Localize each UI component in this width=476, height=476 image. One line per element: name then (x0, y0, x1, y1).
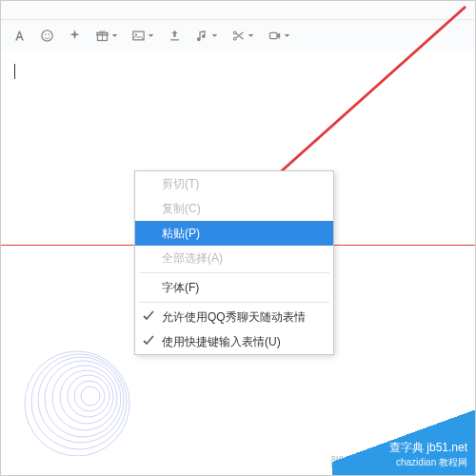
menu-hotkey-emoji-label: 使用快捷键输入表情(U) (162, 334, 281, 350)
menu-paste[interactable]: 粘贴(P) (135, 221, 333, 246)
svg-rect-9 (270, 32, 278, 38)
text-cursor (14, 64, 15, 79)
format-toolbar (1, 20, 475, 50)
menu-font-label: 字体(F) (162, 280, 199, 296)
svg-point-0 (42, 30, 52, 40)
menu-allow-qq-show[interactable]: 允许使用QQ秀聊天随动表情 (135, 305, 333, 329)
menu-cut: 剪切(T) (135, 171, 333, 196)
music-button[interactable] (195, 29, 218, 43)
check-icon (143, 310, 154, 322)
context-menu: 剪切(T) 复制(C) 粘贴(P) 全部选择(A) 字体(F) 允许使用QQ秀聊… (134, 170, 334, 355)
record-button[interactable] (268, 29, 290, 43)
site-badge: 查字典 jb51.net chazidian 教程网 (332, 408, 475, 475)
menu-hotkey-emoji[interactable]: 使用快捷键输入表情(U) (135, 329, 333, 354)
scissors-button[interactable] (231, 29, 254, 43)
svg-point-1 (45, 33, 47, 35)
font-button[interactable] (12, 29, 27, 43)
menu-cut-label: 剪切(T) (162, 176, 199, 192)
window-top-border (1, 1, 475, 20)
gift-button[interactable] (95, 29, 118, 43)
sparkle-button[interactable] (68, 29, 82, 43)
svg-point-7 (233, 31, 236, 34)
menu-select-all: 全部选择(A) (135, 246, 333, 270)
image-button[interactable] (131, 29, 154, 43)
emoji-button[interactable] (40, 29, 54, 43)
svg-point-2 (49, 33, 50, 35)
menu-paste-label: 粘贴(P) (162, 226, 200, 242)
badge-line-2: chazidian 教程网 (389, 456, 467, 469)
upload-button[interactable] (168, 29, 182, 43)
menu-separator (139, 302, 329, 303)
badge-line-1: 查字典 jb51.net (389, 440, 467, 456)
menu-copy-label: 复制(C) (162, 201, 201, 217)
menu-allow-qq-show-label: 允许使用QQ秀聊天随动表情 (162, 309, 306, 326)
svg-point-8 (233, 37, 236, 40)
menu-select-all-label: 全部选择(A) (162, 250, 223, 267)
menu-copy: 复制(C) (135, 196, 333, 221)
menu-separator (139, 272, 329, 273)
menu-font[interactable]: 字体(F) (135, 275, 333, 300)
check-icon (143, 335, 154, 347)
